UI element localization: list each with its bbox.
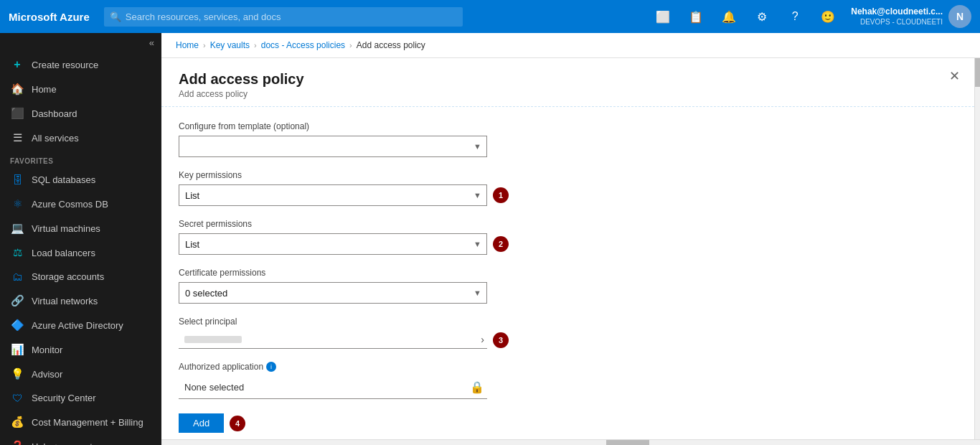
breadcrumb-home[interactable]: Home [176, 40, 199, 50]
sidebar-item-load-balancers[interactable]: ⚖ Load balancers [0, 240, 161, 265]
auth-app-value: None selected [184, 382, 244, 393]
sidebar-item-create-resource[interactable]: + Create resource [0, 52, 161, 77]
vnet-icon: 🔗 [10, 294, 24, 307]
search-input[interactable] [104, 7, 463, 27]
step-badge-1: 1 [493, 187, 509, 203]
sidebar-item-sql-databases[interactable]: 🗄 SQL databases [0, 168, 161, 192]
bottom-scrollbar [161, 439, 980, 445]
breadcrumb-access-policies[interactable]: docs - Access policies [261, 40, 345, 50]
sidebar-item-virtual-machines[interactable]: 💻 Virtual machines [0, 216, 161, 240]
breadcrumb-sep-3: › [349, 41, 352, 50]
breadcrumb-current: Add access policy [357, 40, 425, 50]
sidebar-item-security-center[interactable]: 🛡 Security Center [0, 386, 161, 410]
sidebar-item-monitor[interactable]: 📊 Monitor [0, 337, 161, 362]
right-scrollbar [974, 58, 980, 439]
user-name: Nehak@cloudneeti.c... [851, 6, 943, 18]
settings-icon[interactable]: ⚙ [752, 6, 772, 27]
sidebar-collapse-button[interactable]: « [0, 33, 161, 52]
topbar: Microsoft Azure 🔍 ⬜ 📋 🔔 ⚙ ? 🙂 Nehak@clou… [0, 0, 980, 33]
sidebar-item-cost-management[interactable]: 💰 Cost Management + Billing [0, 410, 161, 434]
cost-icon: 💰 [10, 416, 24, 428]
sql-icon: 🗄 [10, 174, 24, 186]
favorites-label: FAVORITES [0, 150, 161, 168]
sidebar-item-label: Virtual networks [32, 296, 98, 306]
select-principal-label: Select principal [179, 317, 957, 327]
principal-input-wrapper[interactable]: › [179, 331, 487, 349]
panel-subtitle: Add access policy [179, 89, 957, 99]
breadcrumb: Home › Key vaults › docs - Access polici… [161, 33, 980, 58]
user-role: DEVOPS - CLOUDNEETI [851, 17, 943, 27]
sidebar-item-label: Azure Active Directory [32, 320, 123, 331]
cloud-shell-icon[interactable]: ⬜ [653, 6, 673, 27]
user-menu[interactable]: Nehak@cloudneeti.c... DEVOPS - CLOUDNEET… [851, 5, 971, 28]
sidebar-item-help-support[interactable]: ❓ Help + support [0, 434, 161, 445]
key-permissions-row: List ▼ 1 [179, 184, 957, 206]
bottom-scrollbar-thumb [606, 440, 649, 446]
brand-name: Microsoft Azure [9, 11, 90, 23]
notification-icon[interactable]: 🔔 [719, 6, 739, 27]
scrollbar-thumb [975, 58, 980, 87]
sidebar-item-label: Virtual machines [32, 223, 100, 234]
sidebar-item-virtual-networks[interactable]: 🔗 Virtual networks [0, 289, 161, 313]
breadcrumb-key-vaults[interactable]: Key vaults [210, 40, 250, 50]
home-icon: 🏠 [10, 83, 24, 95]
sidebar-item-home[interactable]: 🏠 Home [0, 77, 161, 101]
certificate-permissions-select-wrapper: 0 selected ▼ [179, 282, 487, 304]
step-badge-2: 2 [493, 236, 509, 252]
main-layout: « + Create resource 🏠 Home ⬛ Dashboard ☰… [0, 33, 980, 445]
help-support-icon: ❓ [10, 440, 24, 445]
panel-header: Add access policy Add access policy ✕ [161, 58, 974, 107]
sidebar-item-label: Cost Management + Billing [32, 417, 143, 428]
main-panel: Add access policy Add access policy ✕ Co… [161, 58, 974, 439]
secret-permissions-label: Secret permissions [179, 219, 957, 229]
key-permissions-select-wrapper: List ▼ [179, 184, 487, 206]
sidebar-item-azure-ad[interactable]: 🔷 Azure Active Directory [0, 313, 161, 337]
secret-permissions-select-wrapper: List ▼ [179, 233, 487, 255]
sidebar-item-all-services[interactable]: ☰ All services [0, 126, 161, 150]
security-icon: 🛡 [10, 392, 24, 404]
secret-permissions-group: Secret permissions List ▼ 2 [179, 219, 957, 255]
plus-icon: + [10, 58, 24, 71]
auth-app-selector[interactable]: None selected 🔒 [179, 376, 487, 399]
dashboard-icon: ⬛ [10, 107, 24, 120]
cosmos-icon: ⚛ [10, 197, 24, 210]
advisor-icon: 💡 [10, 367, 24, 380]
key-permissions-label: Key permissions [179, 170, 957, 180]
sidebar-item-advisor[interactable]: 💡 Advisor [0, 362, 161, 386]
info-icon[interactable]: i [266, 362, 276, 372]
directory-icon[interactable]: 📋 [686, 6, 706, 27]
add-button[interactable]: Add [179, 413, 224, 433]
select-principal-group: Select principal › 3 [179, 317, 957, 349]
principal-arrow-button[interactable]: › [481, 334, 484, 345]
user-info: Nehak@cloudneeti.c... DEVOPS - CLOUDNEET… [851, 6, 943, 27]
configure-template-select[interactable] [179, 136, 487, 157]
panel-close-button[interactable]: ✕ [949, 70, 960, 83]
lb-icon: ⚖ [10, 246, 24, 259]
secret-permissions-row: List ▼ 2 [179, 233, 957, 255]
sidebar-item-label: Azure Cosmos DB [32, 199, 108, 210]
secret-permissions-select[interactable]: List [179, 233, 487, 255]
certificate-permissions-select[interactable]: 0 selected [179, 282, 487, 304]
feedback-icon[interactable]: 🙂 [818, 6, 838, 27]
vm-icon: 💻 [10, 222, 24, 235]
configure-template-select-wrapper: ▼ [179, 136, 487, 157]
storage-icon: 🗂 [10, 271, 24, 283]
breadcrumb-sep-2: › [254, 41, 257, 50]
sidebar-item-dashboard[interactable]: ⬛ Dashboard [0, 101, 161, 126]
sidebar-item-label: Home [32, 84, 57, 95]
panel-title: Add access policy [179, 71, 957, 88]
sidebar-item-storage-accounts[interactable]: 🗂 Storage accounts [0, 265, 161, 289]
sidebar-item-label: Storage accounts [32, 271, 104, 282]
key-permissions-select[interactable]: List [179, 184, 487, 206]
avatar: N [948, 5, 971, 28]
topbar-actions: ⬜ 📋 🔔 ⚙ ? 🙂 Nehak@cloudneeti.c... DEVOPS… [653, 5, 971, 28]
sidebar-item-cosmos-db[interactable]: ⚛ Azure Cosmos DB [0, 192, 161, 216]
all-services-icon: ☰ [10, 131, 24, 144]
search-icon: 🔍 [110, 11, 121, 22]
sidebar-item-label: Monitor [32, 345, 62, 355]
configure-template-label: Configure from template (optional) [179, 121, 957, 131]
sidebar-item-label: SQL databases [32, 174, 95, 185]
sidebar: « + Create resource 🏠 Home ⬛ Dashboard ☰… [0, 33, 161, 445]
sidebar-item-label: All services [32, 133, 79, 144]
help-icon[interactable]: ? [785, 6, 805, 27]
